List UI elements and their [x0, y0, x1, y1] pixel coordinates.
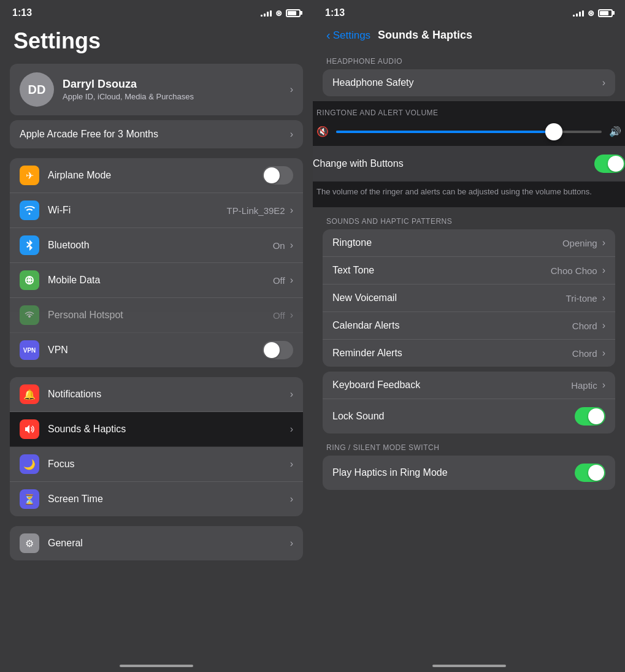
play-haptics-row[interactable]: Play Haptics in Ring Mode: [323, 456, 615, 490]
notifications-chevron: ›: [290, 389, 293, 400]
wifi-icon: ⊛: [275, 9, 282, 18]
wifi-row-icon: [20, 200, 39, 220]
calendar-alerts-chevron: ›: [602, 320, 605, 331]
sounds-haptics-row[interactable]: Sounds & Haptics ›: [10, 412, 303, 447]
calendar-alerts-row[interactable]: Calendar Alerts Chord ›: [323, 312, 615, 340]
bluetooth-row[interactable]: Bluetooth On ›: [10, 228, 303, 263]
airplane-label: Airplane Mode: [48, 170, 263, 181]
right-panel: 1:13 ⊛ ‹ Settings Sounds & Haptics HEADP…: [313, 0, 625, 672]
screen-time-icon: ⏳: [20, 489, 39, 509]
left-time: 1:13: [12, 7, 32, 18]
airplane-icon: ✈: [20, 166, 39, 185]
change-buttons-toggle[interactable]: [594, 155, 625, 173]
new-voicemail-row[interactable]: New Voicemail Tri-tone ›: [323, 284, 615, 312]
vol-low-icon: 🔇: [316, 126, 329, 137]
airplane-mode-row[interactable]: ✈ Airplane Mode: [10, 158, 303, 193]
wifi-label: Wi-Fi: [48, 205, 227, 216]
vpn-row[interactable]: VPN VPN: [10, 333, 303, 367]
volume-section-label: RINGTONE AND ALERT VOLUME: [313, 109, 625, 123]
new-voicemail-chevron: ›: [602, 292, 605, 304]
battery-icon: [286, 9, 301, 17]
left-status-bar: 1:13 ⊛: [0, 0, 313, 23]
hotspot-icon: [20, 305, 39, 325]
lock-sound-row[interactable]: Lock Sound: [323, 399, 615, 433]
hotspot-value: Off: [273, 310, 285, 321]
wifi-row[interactable]: Wi-Fi TP-Link_39E2 ›: [10, 193, 303, 228]
new-voicemail-label: New Voicemail: [332, 292, 566, 304]
calendar-alerts-value: Chord: [572, 321, 597, 331]
play-haptics-toggle[interactable]: [575, 464, 605, 482]
right-scroll-indicator: [432, 665, 506, 667]
text-tone-row[interactable]: Text Tone Choo Choo ›: [323, 257, 615, 284]
bluetooth-value: On: [273, 240, 285, 251]
mobile-data-icon: [20, 270, 39, 290]
right-status-icons: ⊛: [573, 9, 613, 18]
right-wifi-icon: ⊛: [588, 9, 594, 18]
ringtone-label: Ringtone: [332, 237, 562, 248]
profile-name: Darryl Dsouza: [63, 78, 282, 91]
mobile-data-row[interactable]: Mobile Data Off ›: [10, 263, 303, 298]
profile-subtitle: Apple ID, iCloud, Media & Purchases: [63, 92, 282, 101]
page-nav-title: Sounds & Haptics: [378, 29, 472, 42]
volume-slider[interactable]: [336, 131, 602, 133]
ringtone-chevron: ›: [602, 237, 605, 248]
keyboard-feedback-row[interactable]: Keyboard Feedback Haptic ›: [323, 372, 615, 399]
hotspot-label: Personal Hotspot: [48, 310, 273, 321]
general-label: General: [48, 538, 290, 549]
reminder-alerts-chevron: ›: [602, 348, 605, 359]
screen-time-row[interactable]: ⏳ Screen Time ›: [10, 482, 303, 516]
sounds-label: Sounds & Haptics: [48, 424, 290, 435]
ringtone-value: Opening: [562, 238, 597, 248]
ringtone-row[interactable]: Ringtone Opening ›: [323, 229, 615, 257]
headphone-safety-row[interactable]: Headphone Safety ›: [323, 69, 615, 96]
volume-section: RINGTONE AND ALERT VOLUME 🔇 🔊 Change wit…: [313, 101, 625, 207]
volume-hint: The volume of the ringer and alerts can …: [313, 181, 625, 207]
arcade-row[interactable]: Apple Arcade Free for 3 Months ›: [10, 120, 303, 148]
notifications-label: Notifications: [48, 389, 290, 400]
ring-silent-section-label: RING / SILENT MODE SWITCH: [323, 438, 615, 456]
headphone-group: Headphone Safety ›: [323, 69, 615, 96]
reminder-alerts-value: Chord: [572, 348, 597, 359]
bluetooth-chevron: ›: [290, 240, 293, 251]
lock-sound-label: Lock Sound: [332, 411, 575, 422]
mobile-data-label: Mobile Data: [48, 275, 273, 286]
sounds-group: Ringtone Opening › Text Tone Choo Choo ›…: [323, 229, 615, 367]
headphone-safety-label: Headphone Safety: [332, 77, 602, 88]
reminder-alerts-row[interactable]: Reminder Alerts Chord ›: [323, 340, 615, 367]
back-label: Settings: [333, 29, 370, 42]
change-with-buttons-row[interactable]: Change with Buttons: [313, 146, 625, 181]
lock-sound-toggle[interactable]: [575, 407, 605, 426]
ring-silent-group: Play Haptics in Ring Mode: [323, 456, 615, 490]
text-tone-value: Choo Choo: [551, 265, 597, 276]
back-button[interactable]: ‹ Settings: [326, 28, 370, 42]
right-time: 1:13: [325, 7, 345, 18]
profile-card[interactable]: DD Darryl Dsouza Apple ID, iCloud, Media…: [10, 64, 303, 115]
keyboard-feedback-chevron: ›: [602, 380, 605, 391]
svg-point-3: [28, 315, 31, 318]
signal-icon: [261, 9, 272, 17]
calendar-alerts-label: Calendar Alerts: [332, 320, 572, 331]
personal-hotspot-row[interactable]: Personal Hotspot Off ›: [10, 298, 303, 333]
vol-high-icon: 🔊: [609, 126, 621, 137]
sounds-chevron: ›: [290, 424, 293, 435]
focus-chevron: ›: [290, 459, 293, 470]
general-row[interactable]: ⚙ General ›: [10, 526, 303, 560]
airplane-toggle[interactable]: [263, 166, 293, 185]
vpn-icon: VPN: [20, 340, 39, 360]
wifi-value: TP-Link_39E2: [227, 205, 285, 216]
arcade-chevron: ›: [290, 129, 293, 140]
bluetooth-label: Bluetooth: [48, 240, 273, 251]
focus-icon: 🌙: [20, 454, 39, 474]
sounds-icon: [20, 419, 39, 439]
headphone-audio-section-label: HEADPHONE AUDIO: [323, 52, 615, 69]
notifications-group: 🔔 Notifications › Sounds & Haptics ›: [10, 377, 303, 516]
keyboard-feedback-label: Keyboard Feedback: [332, 380, 571, 391]
focus-row[interactable]: 🌙 Focus ›: [10, 447, 303, 482]
keyboard-feedback-value: Haptic: [571, 380, 597, 391]
new-voicemail-value: Tri-tone: [566, 293, 597, 304]
notifications-row[interactable]: 🔔 Notifications ›: [10, 377, 303, 412]
text-tone-chevron: ›: [602, 265, 605, 276]
vpn-toggle[interactable]: [263, 341, 293, 359]
page-title: Settings: [10, 23, 303, 64]
mobile-data-chevron: ›: [290, 275, 293, 286]
